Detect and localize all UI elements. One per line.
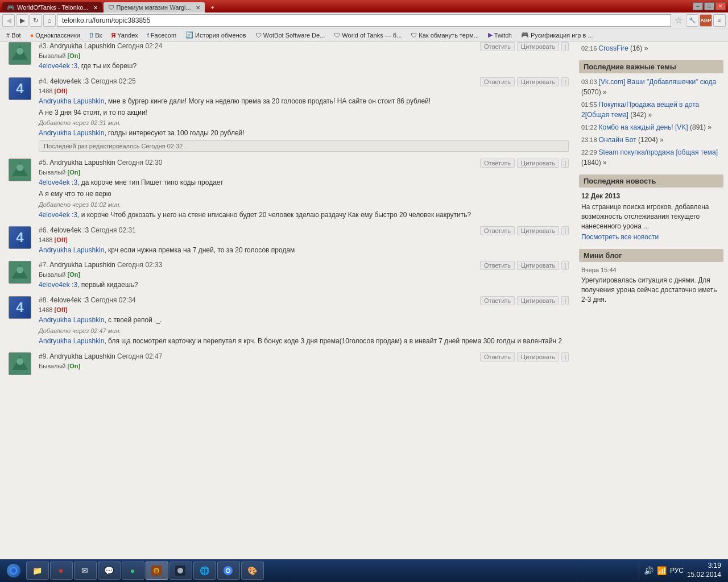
- new-tab-btn[interactable]: +: [206, 2, 220, 13]
- post-3-quote-btn[interactable]: Цитировать: [517, 42, 559, 51]
- post-7-mention1[interactable]: 4elove4ek :3: [39, 281, 77, 289]
- tray-icon-2[interactable]: 📶: [657, 566, 667, 575]
- refresh-btn[interactable]: ↻: [30, 14, 42, 27]
- post-8-reply-btn[interactable]: Ответить: [480, 296, 515, 305]
- forward-btn[interactable]: ▶: [16, 14, 28, 27]
- bookmark-twitch[interactable]: ▶ Twitch: [484, 30, 516, 41]
- post-9-avatar: [9, 352, 31, 375]
- post-5-mention1[interactable]: 4elove4ek :3: [39, 178, 77, 186]
- post-6-reply-btn[interactable]: Ответить: [480, 226, 515, 235]
- start-button[interactable]: [2, 562, 25, 580]
- sidebar-imp-count-3: (891) »: [690, 123, 712, 131]
- svg-point-8: [16, 267, 23, 273]
- nav-icon-3[interactable]: ≡: [713, 14, 726, 27]
- post-4-reply-btn[interactable]: Ответить: [480, 77, 515, 86]
- taskbar-mail[interactable]: ✉: [74, 562, 97, 580]
- tray-icon-1[interactable]: 🔊: [644, 566, 653, 575]
- sidebar-important-item-5: 22:29 Steam покупка/продажа [общая тема]…: [579, 146, 723, 169]
- post-7-quote-btn[interactable]: Цитировать: [517, 261, 559, 270]
- post-5: Ответить Цитировать | #5. Andryukha Lapu…: [6, 159, 569, 221]
- taskbar-wot[interactable]: ⊕: [146, 562, 168, 580]
- bookmark-vk[interactable]: В Вк: [85, 30, 106, 41]
- post-4-edited: Последний раз редактировалось Сегодня 02…: [39, 140, 569, 152]
- post-9-quote-btn[interactable]: Цитировать: [517, 352, 559, 361]
- post-6-mention1[interactable]: Andryukha Lapushkin: [39, 246, 104, 254]
- taskbar-browser2[interactable]: 🌐: [193, 562, 216, 580]
- bookmark-wotbot[interactable]: 🛡 WotBot Software De...: [251, 30, 329, 41]
- post-4-mention2[interactable]: Andryukha Lapushkin: [39, 129, 104, 137]
- post-5-body: Ответить Цитировать | #5. Andryukha Lapu…: [39, 159, 569, 221]
- sidebar-news-text: На странице поиска игроков, добавлена во…: [581, 202, 721, 231]
- post-3-reply-btn[interactable]: Ответить: [480, 42, 515, 51]
- post-5-mention2[interactable]: 4elove4ek :3: [39, 211, 77, 219]
- sidebar-imp-link-3[interactable]: Комбо на каждый день! [VK]: [599, 123, 688, 131]
- post-5-avatar-area: [6, 159, 34, 221]
- taskbar-greasy[interactable]: ●: [122, 562, 144, 580]
- post-9-avatar-area: [6, 352, 34, 375]
- bookmark-yandex-label: Yandex: [117, 32, 138, 39]
- post-8-quote-btn[interactable]: Цитировать: [517, 296, 559, 305]
- post-5-reply-btn[interactable]: Ответить: [480, 159, 515, 168]
- bookmark-history[interactable]: 🔄 История обменов: [181, 30, 250, 41]
- post-4-more-btn[interactable]: |: [561, 77, 569, 86]
- post-6-quote-btn[interactable]: Цитировать: [517, 226, 559, 235]
- star-btn[interactable]: ☆: [672, 14, 685, 27]
- taskbar-chrome[interactable]: [217, 562, 240, 580]
- bookmark-russ[interactable]: 🎮 Русификация игр в ...: [517, 30, 597, 41]
- bookmark-wot[interactable]: 🛡 World of Tanks — б...: [330, 30, 406, 41]
- post-7-reply-btn[interactable]: Ответить: [480, 261, 515, 270]
- taskbar-browser1[interactable]: ●: [50, 562, 73, 580]
- post-7-more-btn[interactable]: |: [561, 261, 569, 270]
- post-9-more-btn[interactable]: |: [561, 352, 569, 361]
- post-7-num: #7.: [39, 261, 49, 269]
- bookmark-russ-label: Русификация игр в ...: [531, 32, 593, 39]
- sidebar-news-link[interactable]: Посмотреть все новости: [581, 233, 659, 241]
- taskbar-files[interactable]: 📁: [26, 562, 49, 580]
- maximize-btn[interactable]: □: [704, 2, 714, 10]
- post-5-more-btn[interactable]: |: [561, 159, 569, 168]
- bookmark-twitch-icon: ▶: [488, 31, 493, 39]
- post-8-mention1[interactable]: Andryukha Lapushkin: [39, 316, 104, 324]
- bookmark-bot[interactable]: # Bot: [2, 30, 25, 41]
- address-bar[interactable]: telonko.ru/forum/topic383855: [57, 14, 671, 27]
- post-3-num: #3.: [39, 42, 49, 50]
- post-4-avatar-area: 4: [6, 77, 34, 154]
- post-3-body: Ответить Цитировать | #3. Andryukha Lapu…: [39, 42, 569, 73]
- tab-1[interactable]: 🎮 WorldOfTanks - Telonko... ✕: [2, 2, 102, 13]
- tab-1-close[interactable]: ✕: [93, 5, 98, 11]
- tray-lang[interactable]: РУС: [670, 567, 684, 575]
- post-8-mention2[interactable]: Andryukha Lapushkin: [39, 337, 104, 345]
- sidebar-item-link-1[interactable]: CrossFire: [599, 44, 628, 52]
- post-9-reply-btn[interactable]: Ответить: [480, 352, 515, 361]
- taskbar-steam[interactable]: [169, 562, 192, 580]
- close-btn[interactable]: ✕: [715, 2, 726, 10]
- bookmark-ok[interactable]: ● Одноклассники: [26, 30, 84, 41]
- sidebar-imp-link-1[interactable]: [Vk.com] Ваши "Добавляшечки" сюда: [599, 78, 717, 86]
- tab-2[interactable]: 🛡 Премиум магазин Wargi... ✕: [104, 2, 205, 13]
- post-3-more-btn[interactable]: |: [561, 42, 569, 51]
- nav-icon-1[interactable]: 🔧: [686, 14, 698, 27]
- back-btn[interactable]: ◀: [2, 14, 15, 27]
- post-8-added1: Добавлено через 02:47 мин.: [39, 327, 569, 334]
- bookmark-facecom[interactable]: f Facecom: [143, 30, 180, 41]
- post-4-quote-btn[interactable]: Цитировать: [517, 77, 559, 86]
- post-3-content: , где ты их береш?: [77, 62, 136, 70]
- sidebar-news: Последняя новость 12 Дек 2013 На страниц…: [579, 174, 723, 243]
- post-8-more-btn[interactable]: |: [561, 296, 569, 305]
- post-5-actions: Ответить Цитировать |: [480, 159, 569, 168]
- bookmark-obman[interactable]: 🛡 Как обмануть терм...: [407, 30, 483, 41]
- bookmark-yandex[interactable]: Я Yandex: [107, 30, 142, 41]
- post-5-quote-btn[interactable]: Цитировать: [517, 159, 559, 168]
- post-6-more-btn[interactable]: |: [561, 226, 569, 235]
- sidebar-imp-link-4[interactable]: Онлайн Бот: [599, 136, 636, 144]
- post-4-mention1[interactable]: Andryukha Lapushkin: [39, 97, 104, 105]
- taskbar-skype[interactable]: 💬: [98, 562, 121, 580]
- home-btn[interactable]: ⌂: [43, 14, 56, 27]
- nav-icon-2[interactable]: ABP: [700, 14, 712, 27]
- sidebar-imp-link-5[interactable]: Steam покупка/продажа [общая тема]: [599, 148, 718, 156]
- post-9: Ответить Цитировать | #9. Andryukha Lapu…: [6, 352, 569, 375]
- minimize-btn[interactable]: –: [693, 2, 703, 10]
- post-3-mention[interactable]: 4elove4ek :3: [39, 62, 77, 70]
- tab-2-close[interactable]: ✕: [196, 5, 200, 11]
- taskbar-paint[interactable]: 🎨: [241, 562, 264, 580]
